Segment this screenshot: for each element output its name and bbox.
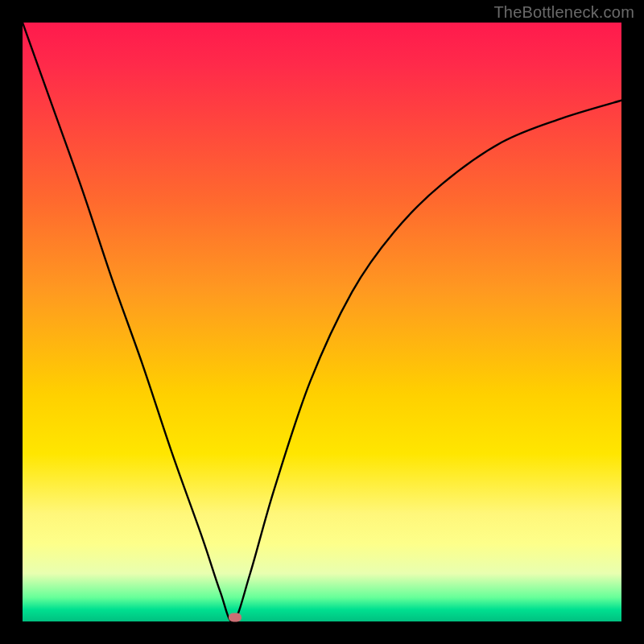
min-marker bbox=[229, 613, 242, 621]
chart-frame: TheBottleneck.com bbox=[0, 0, 644, 644]
watermark-text: TheBottleneck.com bbox=[493, 3, 634, 22]
curve-line bbox=[23, 23, 621, 621]
plot-area bbox=[23, 23, 621, 621]
